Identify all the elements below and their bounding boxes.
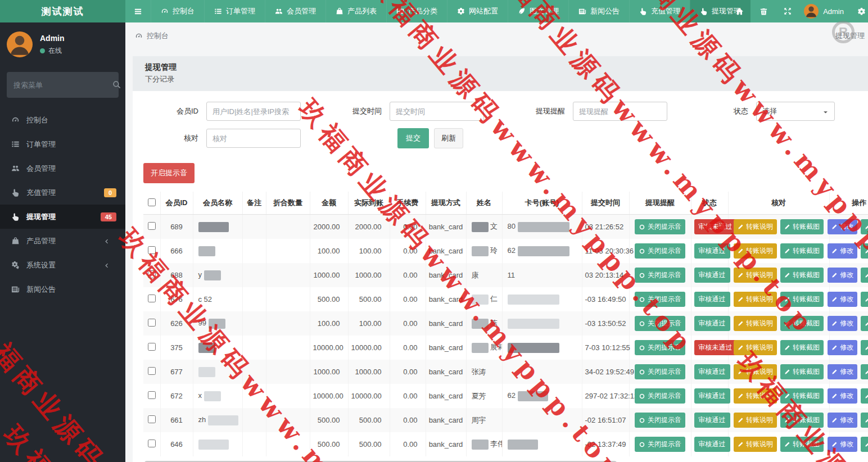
edit-button[interactable]: 编辑 bbox=[861, 268, 868, 283]
row-checkbox[interactable] bbox=[148, 367, 156, 375]
nav-item-members[interactable]: 会员管理 bbox=[265, 0, 326, 22]
transfer-screenshot-button[interactable]: 转账截图 bbox=[780, 243, 824, 259]
submit-time-input[interactable] bbox=[390, 102, 484, 121]
nav-item-content[interactable]: 图文管理 bbox=[508, 0, 568, 22]
sidebar-item-console[interactable]: 控制台 bbox=[0, 108, 125, 132]
nav-item-product-list[interactable]: 产品列表 bbox=[326, 0, 386, 22]
column-header[interactable]: 折合数量 bbox=[266, 192, 310, 215]
close-sound-button[interactable]: 关闭提示音 bbox=[635, 243, 685, 259]
column-header[interactable]: 姓名 bbox=[466, 192, 502, 215]
close-sound-button[interactable]: 关闭提示音 bbox=[635, 413, 685, 428]
home-button[interactable] bbox=[727, 0, 752, 22]
transfer-note-button[interactable]: 转账说明 bbox=[734, 437, 777, 452]
row-checkbox[interactable] bbox=[148, 295, 156, 302]
sidebar-item-products[interactable]: 产品管理 bbox=[0, 229, 125, 253]
column-header[interactable]: 金额 bbox=[310, 192, 348, 215]
transfer-screenshot-button[interactable]: 转账截图 bbox=[780, 292, 824, 307]
modify-button[interactable]: 修改 bbox=[828, 413, 857, 428]
menu-search-input[interactable] bbox=[13, 81, 112, 89]
select-all-checkbox[interactable] bbox=[148, 198, 156, 206]
sidebar-item-recharge[interactable]: 充值管理0 bbox=[0, 180, 125, 205]
close-sound-button[interactable]: 关闭提示音 bbox=[635, 316, 685, 331]
column-header[interactable]: 会员ID bbox=[160, 192, 193, 215]
transfer-note-button[interactable]: 转账说明 bbox=[734, 243, 777, 259]
modify-button[interactable]: 修改 bbox=[828, 340, 857, 355]
sidebar-item-news[interactable]: 新闻公告 bbox=[0, 277, 125, 301]
sidebar-item-members[interactable]: 会员管理 bbox=[0, 156, 125, 180]
row-checkbox[interactable] bbox=[148, 319, 156, 327]
edit-button[interactable]: 编辑 bbox=[861, 292, 868, 307]
close-sound-button[interactable]: 关闭提示音 bbox=[635, 437, 685, 452]
breadcrumb-left[interactable]: 控制台 bbox=[147, 31, 169, 41]
transfer-note-button[interactable]: 转账说明 bbox=[734, 364, 777, 379]
transfer-screenshot-button[interactable]: 转账截图 bbox=[780, 437, 824, 452]
modify-button[interactable]: 修改 bbox=[828, 364, 857, 379]
transfer-note-button[interactable]: 转账说明 bbox=[734, 413, 777, 428]
refresh-button[interactable]: 刷新 bbox=[434, 128, 463, 148]
modify-button[interactable]: 修改 bbox=[828, 388, 857, 404]
member-id-input[interactable] bbox=[206, 102, 301, 121]
transfer-note-button[interactable]: 转账说明 bbox=[734, 268, 777, 283]
column-header[interactable]: 状态 bbox=[691, 192, 728, 215]
edit-button[interactable]: 编辑 bbox=[861, 243, 868, 259]
modify-button[interactable]: 修改 bbox=[828, 437, 857, 452]
settings-gear-button[interactable] bbox=[848, 7, 868, 16]
nav-item-console[interactable]: 控制台 bbox=[151, 0, 204, 22]
column-header[interactable]: 核对 bbox=[728, 192, 829, 215]
brand-logo[interactable]: 测试测试 bbox=[0, 0, 125, 22]
close-sound-button[interactable]: 关闭提示音 bbox=[635, 292, 685, 307]
row-checkbox[interactable] bbox=[148, 440, 156, 447]
column-header[interactable]: 会员名称 bbox=[193, 192, 242, 215]
transfer-note-button[interactable]: 转账说明 bbox=[734, 340, 777, 355]
check-input[interactable] bbox=[206, 129, 301, 148]
row-checkbox[interactable] bbox=[148, 391, 156, 399]
row-checkbox[interactable] bbox=[148, 415, 156, 423]
edit-button[interactable]: 编辑 bbox=[861, 413, 868, 428]
sidebar-toggle-button[interactable] bbox=[125, 0, 151, 22]
transfer-screenshot-button[interactable]: 转账截图 bbox=[780, 268, 824, 283]
transfer-note-button[interactable]: 转账说明 bbox=[734, 388, 777, 404]
transfer-note-button[interactable]: 转账说明 bbox=[734, 292, 777, 307]
close-sound-button[interactable]: 关闭提示音 bbox=[635, 340, 685, 355]
nav-item-recharge[interactable]: 充值管理 bbox=[629, 0, 690, 22]
modify-button[interactable]: 修改 bbox=[828, 292, 857, 307]
close-sound-button[interactable]: 关闭提示音 bbox=[635, 388, 685, 404]
edit-button[interactable]: 编辑 bbox=[861, 316, 868, 331]
user-menu[interactable]: Admin bbox=[799, 4, 848, 19]
nav-item-product-categories[interactable]: 产品分类 bbox=[386, 0, 447, 22]
column-header[interactable]: 操作 bbox=[829, 192, 868, 215]
withdraw-remind-input[interactable] bbox=[573, 102, 667, 121]
row-checkbox[interactable] bbox=[148, 343, 156, 351]
column-header[interactable]: 卡号(账号) bbox=[502, 192, 582, 215]
transfer-screenshot-button[interactable]: 转账截图 bbox=[780, 364, 824, 379]
transfer-screenshot-button[interactable]: 转账截图 bbox=[780, 219, 824, 234]
enable-sound-button[interactable]: 开启提示音 bbox=[143, 163, 195, 183]
edit-button[interactable]: 编辑 bbox=[861, 388, 868, 404]
transfer-screenshot-button[interactable]: 转账截图 bbox=[780, 316, 824, 331]
modify-button[interactable]: 修改 bbox=[828, 316, 857, 331]
submit-button[interactable]: 提交 bbox=[397, 128, 429, 148]
column-header[interactable]: 提交时间 bbox=[582, 192, 629, 215]
nav-item-news[interactable]: 新闻公告 bbox=[568, 0, 629, 22]
row-checkbox[interactable] bbox=[148, 270, 156, 278]
edit-button[interactable]: 编辑 bbox=[861, 340, 868, 355]
close-sound-button[interactable]: 关闭提示音 bbox=[635, 268, 685, 283]
trash-button[interactable] bbox=[752, 0, 776, 22]
modify-button[interactable]: 修改 bbox=[828, 268, 857, 283]
transfer-note-button[interactable]: 转账说明 bbox=[734, 219, 777, 234]
modify-button[interactable]: 修改 bbox=[828, 219, 857, 234]
transfer-note-button[interactable]: 转账说明 bbox=[734, 316, 777, 331]
edit-button[interactable]: 编辑 bbox=[861, 437, 868, 452]
close-sound-button[interactable]: 关闭提示音 bbox=[635, 219, 685, 234]
edit-button[interactable]: 编辑 bbox=[861, 219, 868, 234]
sidebar-item-settings[interactable]: 系统设置 bbox=[0, 253, 125, 277]
close-sound-button[interactable]: 关闭提示音 bbox=[635, 364, 685, 379]
column-header[interactable]: 手续费 bbox=[390, 192, 426, 215]
transfer-screenshot-button[interactable]: 转账截图 bbox=[780, 413, 824, 428]
nav-item-site-config[interactable]: 网站配置 bbox=[447, 0, 508, 22]
column-header[interactable]: 实际到账 bbox=[348, 192, 390, 215]
transfer-screenshot-button[interactable]: 转账截图 bbox=[780, 388, 824, 404]
column-header[interactable]: 提现提醒 bbox=[629, 192, 691, 215]
modify-button[interactable]: 修改 bbox=[828, 243, 857, 259]
row-checkbox[interactable] bbox=[148, 222, 156, 230]
